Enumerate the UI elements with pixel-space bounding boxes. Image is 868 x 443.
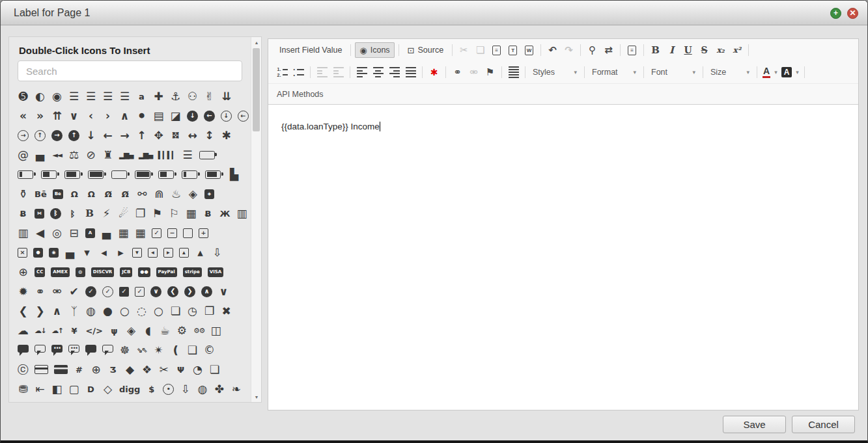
align-center-button[interactable] (371, 64, 385, 80)
fa-chevron-circle-right-icon[interactable]: ❯ (184, 286, 195, 297)
fa-battery-quarter-icon[interactable] (182, 170, 197, 179)
fa-asterisk-icon[interactable]: ✱ (221, 127, 232, 144)
fa-cc-stripe-icon[interactable]: stripe (183, 267, 202, 277)
fa-chevron-circle-down-icon[interactable]: ∨ (150, 286, 161, 297)
fa-anchor-icon[interactable]: ⚓ (170, 88, 181, 105)
fa-battery-half-icon[interactable] (158, 170, 174, 179)
fa-coffee-icon[interactable]: ☕ (160, 322, 171, 339)
fa-cc-mastercard-icon[interactable]: ●● (138, 267, 150, 277)
fa-angle-up-icon[interactable]: ∧ (119, 107, 130, 124)
fa-arrow-circle-o-right-icon[interactable]: → (18, 130, 29, 141)
fa-backward-icon[interactable]: ◄◄ (51, 146, 63, 163)
subscript-button[interactable]: x₂ (713, 42, 728, 58)
fa-code-fork-icon[interactable]: ψ (109, 322, 120, 339)
fa-check-icon[interactable]: ✔ (68, 283, 79, 300)
fa-bluetooth-icon[interactable]: ᛒ (50, 208, 61, 219)
fa-at-icon[interactable]: @ (18, 146, 29, 163)
fa-beer-icon[interactable]: ⚱ (18, 185, 29, 202)
fa-arrow-circle-o-down-icon[interactable]: ↓ (221, 111, 232, 122)
fa-align-right-icon[interactable]: ☰ (119, 88, 130, 105)
fa-chevron-circle-left-icon[interactable]: ❮ (167, 286, 178, 297)
fa-bold-icon[interactable]: B (84, 205, 95, 222)
font-dropdown[interactable]: Font▾ (648, 64, 699, 80)
fa-copy-icon[interactable]: ❑ (187, 342, 198, 358)
fa-bar-chart-o-icon[interactable]: ▂▆▄ (139, 146, 152, 163)
add-button[interactable]: + (830, 8, 841, 19)
fa-cutlery-icon[interactable]: Ψ (175, 361, 186, 378)
fa-calendar-check-o-icon[interactable]: ✓ (152, 228, 161, 238)
paste-from-word-button[interactable]: W (522, 42, 537, 58)
fa-bell-icon[interactable]: Ω (69, 185, 80, 202)
fa-bluetooth-b-icon[interactable]: ᛒ (67, 205, 78, 222)
fa-building-icon[interactable]: ▥ (236, 205, 247, 222)
fa-angle-left-icon[interactable]: ‹ (85, 107, 96, 124)
justify-button[interactable] (403, 64, 418, 80)
fa-caret-square-o-down-icon[interactable]: ▾ (132, 248, 142, 258)
save-button[interactable]: Save (723, 416, 786, 433)
fa-credit-card-icon[interactable] (35, 365, 48, 374)
fa-dashcube-icon[interactable]: ❏ (209, 361, 220, 378)
fa-ban-icon[interactable]: ⊘ (85, 146, 96, 163)
fa-angellist-icon[interactable]: ✌ (204, 88, 215, 105)
fa-buysellads-icon[interactable]: A (85, 228, 95, 238)
search-input[interactable] (18, 60, 242, 81)
fa-cart-plus-icon[interactable]: ⊕ (18, 263, 29, 280)
fa-bell-slash-o-icon[interactable]: Ω̸ (120, 185, 131, 202)
italic-button[interactable]: I (664, 42, 679, 58)
fa-comments-icon[interactable] (85, 345, 96, 353)
fa-birthday-cake-icon[interactable]: ♨ (171, 185, 182, 202)
fa-bookmark-o-icon[interactable]: ⚐ (169, 205, 180, 222)
fa-arrow-circle-up-icon[interactable]: ↑ (68, 130, 79, 141)
redo-button[interactable]: ↷ (561, 42, 576, 58)
fa-contao-icon[interactable]: ❪ (170, 342, 181, 358)
fa-cc-amex-icon[interactable]: AMEX (51, 267, 70, 277)
bold-button[interactable]: B (648, 42, 663, 58)
scroll-down-icon[interactable]: ▼ (251, 392, 262, 402)
fa-adjust-icon[interactable]: ◐ (35, 88, 46, 105)
fa-drupal-icon[interactable]: ❧ (231, 381, 242, 395)
fa-angle-double-right-icon[interactable]: » (35, 107, 46, 124)
format-dropdown[interactable]: Format▾ (589, 64, 639, 80)
fa-connectdevelop-icon[interactable]: ✴ (153, 342, 164, 358)
fa-angle-double-up-icon[interactable]: ⇈ (51, 107, 63, 124)
fa-archive-icon[interactable]: ▤ (153, 107, 164, 124)
fa-bank-icon[interactable]: ♜ (102, 146, 113, 163)
fa-clipboard-icon[interactable]: ❏ (170, 302, 181, 319)
fa-battery-1-icon[interactable] (18, 170, 33, 179)
fa-bullseye-icon[interactable]: ◎ (51, 224, 63, 241)
fa-bitbucket-square-icon[interactable]: ◈ (204, 189, 214, 199)
fa-chevron-right-icon[interactable]: ❯ (35, 302, 46, 319)
fa-crop-icon[interactable]: # (74, 361, 85, 378)
copy-button[interactable]: ❏ (473, 42, 488, 58)
fa-bullhorn-icon[interactable]: ◀ (35, 224, 46, 241)
fa-behance-icon[interactable]: Bē (35, 185, 47, 202)
required-field-button[interactable]: ✱ (427, 64, 441, 80)
paste-button[interactable]: ≡ (489, 42, 504, 58)
fa-cart-arrow-down-icon[interactable]: ⇩ (212, 244, 223, 261)
fa-arrow-circle-right-icon[interactable]: → (51, 130, 63, 141)
unlink-button[interactable]: ⚮ (466, 64, 481, 80)
size-dropdown[interactable]: Size▾ (707, 64, 753, 80)
align-right-button[interactable] (387, 64, 402, 80)
fa-circle-thin-icon[interactable]: ○ (153, 302, 164, 319)
fa-dot-circle-o-icon[interactable]: • (163, 384, 174, 395)
fa-crosshairs-icon[interactable]: ⊕ (91, 361, 102, 378)
fa-code-icon[interactable]: </> (85, 322, 103, 339)
fa-clock-o-icon[interactable]: ◷ (187, 302, 198, 319)
fa-bomb-icon[interactable]: ☄ (118, 205, 129, 222)
fa-arrow-circle-o-left-icon[interactable]: ← (238, 111, 249, 122)
fa-caret-square-o-right-icon[interactable]: ▸ (163, 248, 173, 258)
fa-compass-icon[interactable]: ☸ (119, 342, 130, 358)
fa-car-icon[interactable]: ▄ (64, 244, 76, 261)
fa-download-icon[interactable]: ⇩ (180, 381, 191, 395)
fa-commenting-icon[interactable]: ••• (51, 345, 63, 353)
fa-battery-full-icon[interactable] (135, 170, 150, 179)
fa-certificate-icon[interactable]: ✹ (18, 283, 29, 300)
icons-button[interactable]: ◉Icons (355, 42, 394, 58)
line-spacing-button[interactable] (506, 64, 521, 80)
fa-arrow-circle-down-icon[interactable]: ↓ (187, 111, 198, 122)
increase-indent-button[interactable] (331, 64, 346, 80)
anchor-button[interactable]: ⚑ (483, 64, 497, 80)
fa-calendar-times-o-icon[interactable]: × (18, 248, 27, 258)
fa-caret-square-o-up-icon[interactable]: ▴ (179, 248, 189, 258)
